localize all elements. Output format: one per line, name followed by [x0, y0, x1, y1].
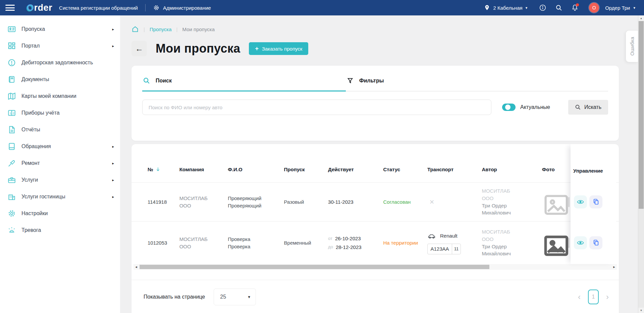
alert-circle-icon — [7, 58, 16, 67]
table-row[interactable]: 1141918 МОСИТЛАБ ООО Проверяющий Проверя… — [131, 182, 619, 221]
avatar[interactable]: О — [589, 3, 599, 13]
sidebar-item-reports[interactable]: Отчёты — [0, 121, 120, 138]
sidebar-item-receivables[interactable]: Дебиторская задолженность — [0, 54, 120, 71]
breadcrumb-link-passes[interactable]: Пропуска — [150, 26, 172, 32]
copy-icon — [593, 239, 599, 246]
date-from-label: от — [328, 235, 332, 242]
report-icon — [7, 125, 16, 134]
find-button-label: Искать — [584, 104, 601, 110]
sidebar-item-passes[interactable]: Пропуска ▸ — [0, 21, 120, 38]
car-icon — [427, 232, 436, 240]
column-header-valid[interactable]: Действует — [328, 167, 383, 172]
sidebar: Пропуска ▸ Портал ▸ Дебиторская задолжен… — [0, 15, 120, 313]
column-header-company[interactable]: Компания — [179, 167, 228, 172]
tabs: Поиск Фильтры — [142, 66, 608, 91]
photo-placeholder-icon[interactable] — [542, 232, 571, 260]
column-header-fio[interactable]: Ф.И.О — [228, 167, 284, 172]
column-header-status[interactable]: Статус — [383, 167, 428, 172]
scroll-left-icon[interactable]: ◂ — [133, 265, 139, 269]
sidebar-item-meters[interactable]: 12 Приборы учёта — [0, 105, 120, 121]
photo-placeholder-icon[interactable] — [542, 191, 571, 219]
tab-search[interactable]: Поиск — [142, 66, 346, 91]
order-pass-button[interactable]: + Заказать пропуск — [249, 42, 308, 55]
id-card-icon — [7, 25, 16, 34]
search-button-topbar[interactable] — [552, 1, 566, 14]
actual-toggle[interactable] — [502, 104, 516, 111]
sidebar-item-label: Услуги гостиницы — [21, 194, 65, 200]
scroll-down-icon[interactable]: ▾ — [638, 308, 644, 313]
row-actions — [571, 182, 616, 221]
passes-table: № Компания Ф.И.О Пропуск Действует Стату… — [131, 144, 619, 313]
sidebar-item-alarm[interactable]: Тревога — [0, 222, 120, 239]
back-button[interactable]: ← — [131, 41, 147, 56]
cell-company: МОСИТЛАБ ООО — [179, 236, 216, 250]
scroll-up-icon[interactable]: ▴ — [638, 15, 644, 21]
copy-button[interactable] — [589, 195, 602, 208]
admin-menu[interactable]: Администрирование — [153, 4, 211, 11]
tablet-icon — [7, 142, 16, 151]
scrollbar-thumb[interactable] — [639, 21, 644, 209]
sidebar-item-company-cards[interactable]: Карты моей компании — [0, 88, 120, 105]
find-button[interactable]: Искать — [568, 100, 608, 115]
error-tab[interactable]: Ошибка — [626, 30, 638, 62]
user-menu[interactable]: Ордер Три ▾ — [605, 5, 635, 11]
license-plate[interactable]: А123АА 11 — [427, 244, 461, 254]
sidebar-item-requests[interactable]: Обращения ▸ — [0, 138, 120, 155]
column-header-pass[interactable]: Пропуск — [284, 167, 328, 172]
view-button[interactable] — [574, 195, 587, 208]
toggle-knob — [505, 105, 511, 110]
chevron-down-icon: ▾ — [526, 6, 528, 10]
page-number-button[interactable]: 1 — [588, 290, 599, 304]
expand-arrow-icon: ▸ — [112, 27, 114, 32]
alarm-icon — [7, 226, 16, 235]
location-selector[interactable]: 2 Кабельная ▾ — [484, 5, 527, 11]
cell-person: Проверяющий Проверяющий — [228, 195, 268, 209]
prev-page-button[interactable]: ‹ — [578, 293, 581, 301]
scrollbar-thumb[interactable] — [140, 265, 489, 269]
sidebar-item-hotel-services[interactable]: Услуги гостиницы ▸ — [0, 188, 120, 205]
view-button[interactable] — [574, 236, 587, 249]
home-icon[interactable] — [131, 25, 139, 33]
author-company: МОСИТЛАБ ООО — [482, 187, 519, 202]
table-row[interactable]: 1012053 МОСИТЛАБ ООО Проверка Проверка В… — [131, 221, 619, 264]
scroll-right-icon[interactable]: ▸ — [611, 265, 617, 269]
app-logo: Order — [27, 3, 52, 13]
scrollbar-track[interactable] — [139, 265, 611, 269]
sidebar-item-services[interactable]: Услуги ▸ — [0, 172, 120, 188]
author-person: Три Ордер Михайлович — [482, 202, 519, 217]
author-company: МОСИТЛАБ ООО — [482, 228, 519, 243]
sidebar-item-portal[interactable]: Портал ▸ — [0, 38, 120, 54]
vertical-scrollbar[interactable]: ▴ ▾ — [638, 15, 644, 313]
plate-number: А123АА — [428, 246, 452, 252]
eye-icon — [577, 239, 584, 246]
grid-icon — [7, 42, 16, 50]
toolbox-icon — [7, 176, 16, 184]
expand-arrow-icon: ▸ — [112, 195, 114, 199]
hamburger-menu-icon[interactable] — [5, 5, 15, 11]
cell-transport: Renault А123АА 11 — [427, 232, 482, 254]
sidebar-item-repair[interactable]: Ремонт ▸ — [0, 155, 120, 172]
sidebar-item-settings[interactable]: Настройки — [0, 205, 120, 222]
date-from: 26-10-2023 — [335, 234, 361, 243]
page: Order Система регистрации обращений Адми… — [0, 0, 644, 313]
per-page-select[interactable]: 25 ▼ — [214, 289, 256, 305]
error-tab-label: Ошибка — [629, 37, 635, 56]
column-header-transport[interactable]: Транспорт — [427, 167, 482, 172]
search-icon — [143, 77, 150, 84]
column-header-author[interactable]: Автор — [482, 167, 542, 172]
cell-valid-date: 30-11-2023 — [328, 199, 383, 205]
column-header-number[interactable]: № — [148, 167, 179, 172]
pagination: ‹ 1 › — [578, 290, 609, 304]
info-button[interactable] — [536, 1, 549, 14]
column-header-photo[interactable]: Фото — [542, 167, 571, 172]
manage-column: Управление — [571, 144, 616, 264]
copy-button[interactable] — [589, 236, 602, 249]
row-actions — [571, 221, 616, 264]
notifications-button[interactable] — [568, 1, 582, 14]
next-page-button[interactable]: › — [606, 293, 609, 301]
breadcrumb-separator: | — [144, 26, 145, 32]
search-input[interactable] — [142, 100, 491, 115]
horizontal-scrollbar[interactable]: ◂ ▸ — [133, 264, 617, 270]
tab-filters[interactable]: Фильтры — [346, 66, 608, 91]
sidebar-item-documents[interactable]: Документы — [0, 71, 120, 88]
